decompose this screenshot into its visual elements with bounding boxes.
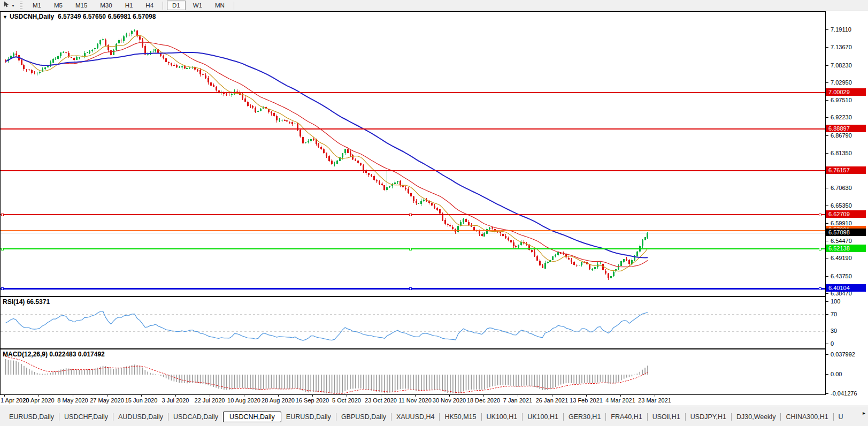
top-toolbar: ▼ M1M5M15M30H1H4D1W1MN [0, 0, 868, 11]
chart-tab-uk100-h1[interactable]: UK100,H1 [482, 412, 523, 422]
line-anchor-square[interactable] [819, 248, 821, 250]
macd-chart [1, 349, 825, 394]
date-tick [175, 395, 176, 397]
chevron-down-icon: ▼ [11, 4, 15, 7]
price-line-label: 6.40104 [826, 284, 866, 292]
horizontal-line[interactable] [1, 92, 825, 93]
macd-label: MACD(12,26,9) 0.022483 0.017492 [3, 351, 105, 358]
timeframe-button-mn[interactable]: MN [210, 1, 230, 10]
horizontal-line[interactable] [1, 288, 825, 290]
chart-tab-china300-h1[interactable]: CHINA300,H1 [781, 412, 833, 422]
line-anchor-square[interactable] [1, 248, 4, 250]
date-label: 27 May 2020 [90, 397, 124, 404]
rsi-panel[interactable]: RSI(14) 66.5371 [0, 296, 826, 349]
date-tick [449, 395, 450, 397]
price-line-label: 7.00029 [826, 88, 866, 96]
horizontal-line[interactable] [1, 214, 825, 215]
main-price-panel[interactable]: ▼USDCNH,Daily 6.57349 6.57650 6.56981 6.… [0, 11, 826, 296]
date-label: 4 Mar 2021 [605, 397, 635, 404]
cursor-icon [3, 1, 10, 10]
date-tick [312, 395, 313, 397]
toolbar-separator [234, 2, 234, 10]
line-anchor-square[interactable] [1, 214, 4, 216]
date-tick [415, 395, 416, 397]
line-anchor-square[interactable] [819, 214, 821, 216]
timeframe-button-h4[interactable]: H4 [140, 1, 159, 10]
chart-tab-uk100-h1[interactable]: UK100,H1 [523, 412, 563, 422]
price-tick: 6.86790 [826, 132, 852, 139]
chart-tab-eurusd-daily[interactable]: EURUSD,Daily [4, 412, 59, 422]
date-label: 11 Nov 2020 [398, 397, 432, 404]
date-tick [347, 395, 347, 397]
tab-scroll-right-arrow[interactable]: ▸ [863, 410, 865, 416]
chart-tab-usdchf-daily[interactable]: USDCHF,Daily [59, 412, 113, 422]
current-price-line [1, 233, 825, 233]
date-label: 26 Jan 2021 [536, 397, 569, 404]
price-line-label: 6.76157 [826, 166, 866, 174]
date-label: 30 Nov 2020 [433, 397, 466, 404]
date-axis[interactable]: 1 Apr 202020 Apr 20208 May 202027 May 20… [0, 395, 826, 406]
chart-tab-audusd-daily[interactable]: AUDUSD,Daily [113, 412, 168, 422]
chart-tab-usdjpy-h1[interactable]: USDJPY,H1 [686, 412, 731, 422]
chart-tab-u[interactable]: U [834, 412, 848, 422]
price-tick: 7.02950 [826, 79, 852, 86]
price-tick: 6.92230 [826, 113, 852, 121]
cursor-tool-button[interactable]: ▼ [2, 0, 17, 11]
timeframe-button-m30[interactable]: M30 [95, 1, 117, 10]
chart-tab-eurusd-daily[interactable]: EURUSD,Daily [281, 412, 336, 422]
date-label: 22 Jul 2020 [195, 397, 225, 404]
price-axis[interactable]: 7.191107.136707.082307.029506.975106.922… [826, 11, 868, 406]
line-anchor-square[interactable] [409, 287, 412, 290]
line-anchor-square[interactable] [409, 214, 412, 216]
timeframe-button-m5[interactable]: M5 [49, 1, 68, 10]
chart-symbol-label: USDCNH,Daily [10, 13, 54, 20]
toolbar-separator [163, 2, 163, 10]
chart-tab-fra40-h1[interactable]: FRA40,H1 [606, 412, 647, 422]
chart-area: ▼USDCNH,Daily 6.57349 6.57650 6.56981 6.… [0, 11, 868, 406]
date-label: 23 Mar 2021 [638, 397, 671, 404]
date-tick [518, 395, 518, 397]
date-tick [39, 395, 39, 397]
date-tick [244, 395, 244, 397]
chart-tab-gbpusd-daily[interactable]: GBPUSD,Daily [336, 412, 391, 422]
macd-panel[interactable]: MACD(12,26,9) 0.022483 0.017492 [0, 349, 826, 395]
horizontal-line[interactable] [1, 170, 825, 171]
timeframe-button-group: M1M5M15M30H1H4D1W1MN [26, 1, 237, 10]
price-tick: 6.97510 [826, 96, 852, 104]
price-tick: 6.65350 [826, 202, 852, 209]
line-anchor-square[interactable] [409, 248, 412, 250]
price-tick: 6.49190 [826, 254, 852, 262]
chart-title: ▼USDCNH,Daily 6.57349 6.57650 6.56981 6.… [3, 13, 156, 20]
macd-axis-label: 0.00 [826, 370, 842, 378]
toolbar-grip[interactable] [20, 2, 22, 10]
chart-tab-usdcnh-daily[interactable]: USDCNH,Daily [223, 412, 281, 422]
window-menu-icon[interactable]: ▼ [3, 14, 7, 20]
price-tick: 6.81350 [826, 149, 852, 157]
date-tick [381, 395, 381, 397]
date-tick [73, 395, 73, 397]
price-tick: 6.43750 [826, 272, 852, 280]
line-anchor-square[interactable] [1, 287, 4, 290]
rsi-label: RSI(14) 66.5371 [3, 298, 50, 306]
timeframe-button-m1[interactable]: M1 [27, 1, 47, 10]
horizontal-line[interactable] [1, 248, 825, 249]
chart-tab-xauusd-h4[interactable]: XAUUSD,H4 [391, 412, 440, 422]
horizontal-line[interactable] [1, 230, 825, 231]
rsi-axis-label: 30 [826, 327, 837, 334]
chart-tab-ger30-h1[interactable]: GER30,H1 [564, 412, 605, 422]
chart-tab-usoil-h1[interactable]: USOil,H1 [648, 412, 685, 422]
rsi-chart [1, 297, 825, 348]
chart-tabs: EURUSD,DailyUSDCHF,DailyAUDUSD,DailyUSDC… [0, 410, 855, 424]
chart-tab-hk50-m15[interactable]: HK50,M15 [440, 412, 481, 422]
chart-tab-dj30-weekly[interactable]: DJ30,Weekly [732, 412, 780, 422]
timeframe-button-w1[interactable]: W1 [188, 1, 208, 10]
chart-tab-usdcad-daily[interactable]: USDCAD,Daily [168, 412, 223, 422]
line-anchor-square[interactable] [819, 287, 821, 290]
date-label: 23 Oct 2020 [365, 397, 397, 404]
timeframe-button-m15[interactable]: M15 [70, 1, 93, 10]
rsi-line [6, 311, 648, 341]
timeframe-button-h1[interactable]: H1 [120, 1, 139, 10]
date-label: 8 May 2020 [57, 397, 88, 404]
timeframe-button-d1[interactable]: D1 [167, 1, 186, 10]
horizontal-line[interactable] [1, 128, 825, 130]
